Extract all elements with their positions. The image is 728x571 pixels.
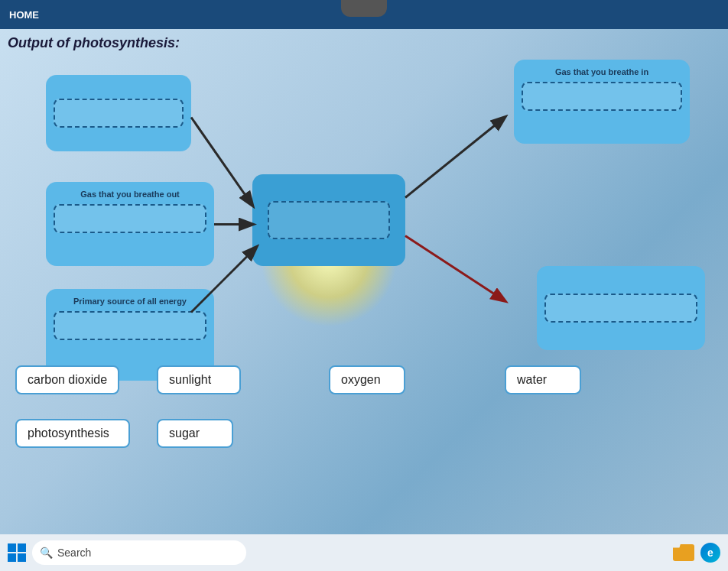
card-top-right: Gas that you breathe in [514, 60, 690, 144]
card-top-right-label: Gas that you breathe in [522, 67, 682, 77]
word-tile-carbon-dioxide[interactable]: carbon dioxide [15, 365, 119, 394]
word-tile-oxygen[interactable]: oxygen [329, 365, 405, 394]
word-tile-water[interactable]: water [505, 365, 581, 394]
app-title: HOME [9, 9, 39, 21]
answer-box-top-right[interactable] [522, 82, 682, 111]
edge-icon[interactable]: e [700, 543, 720, 563]
answer-box-top-left[interactable] [54, 99, 184, 128]
card-bottom-right [537, 266, 705, 350]
camera-bump [341, 0, 387, 17]
search-icon: 🔍 [40, 547, 53, 559]
taskbar: 🔍 Search e [0, 534, 728, 571]
svg-line-6 [405, 236, 505, 301]
card-middle-left: Gas that you breathe out [46, 182, 214, 266]
card-middle-left-label: Gas that you breathe out [54, 190, 206, 200]
card-top-left [46, 75, 191, 151]
card-bottom-left-label: Primary source of all energy [54, 297, 206, 307]
taskbar-search-box[interactable]: 🔍 Search [32, 540, 246, 565]
main-content: Output of photosynthesis: Gas that you b… [0, 29, 728, 534]
word-tile-sunlight[interactable]: sunlight [157, 365, 241, 394]
center-card [252, 174, 405, 266]
answer-box-middle-left[interactable] [54, 204, 206, 233]
page-title: Output of photosynthesis: [8, 35, 180, 51]
word-tile-photosynthesis[interactable]: photosynthesis [15, 419, 130, 448]
answer-box-center[interactable] [268, 201, 390, 239]
search-label: Search [57, 547, 91, 559]
word-tile-sugar[interactable]: sugar [157, 419, 233, 448]
answer-box-bottom-left[interactable] [54, 311, 206, 340]
answer-box-bottom-right[interactable] [544, 294, 697, 323]
folder-icon[interactable] [673, 544, 694, 561]
svg-line-5 [405, 118, 505, 198]
windows-start-button[interactable] [8, 543, 26, 562]
